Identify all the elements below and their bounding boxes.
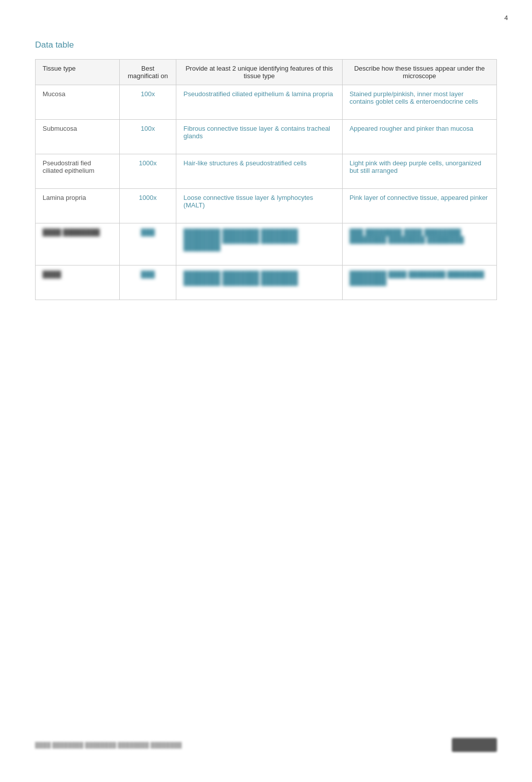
tissue-type-cell: Submucosa: [36, 120, 120, 154]
page-number: 4: [504, 14, 508, 22]
tissue-type-cell: Mucosa: [36, 85, 120, 120]
features-cell: Hair-like structures & pseudostratified …: [176, 154, 342, 189]
table-row: Lamina propria 1000x Loose connective ti…: [36, 189, 497, 223]
table-row: Submucosa 100x Fibrous connective tissue…: [36, 120, 497, 154]
magnification-cell: 1000x: [119, 154, 176, 189]
description-cell: Light pink with deep purple cells, unorg…: [342, 154, 496, 189]
table-row: Mucosa 100x Pseudostratified ciliated ep…: [36, 85, 497, 120]
footer: ████ ████████ ████████ ████████ ████████: [35, 738, 497, 752]
col-header-magnification: Best magnificati on: [119, 60, 176, 85]
tissue-type-cell-blurred: ████ ████████: [36, 223, 120, 266]
table-row-blurred: ████ ████████ ███ ████████ ████████ ████…: [36, 223, 497, 266]
col-header-features: Provide at least 2 unique identifying fe…: [176, 60, 342, 85]
magnification-cell-blurred: ███: [119, 266, 176, 300]
features-cell: Pseudostratified ciliated epithelium & l…: [176, 85, 342, 120]
magnification-cell: 1000x: [119, 189, 176, 223]
tissue-type-cell-blurred: ████: [36, 266, 120, 300]
description-cell: Stained purple/pinkish, inner most layer…: [342, 85, 496, 120]
magnification-cell: 100x: [119, 85, 176, 120]
data-table: Tissue type Best magnificati on Provide …: [35, 59, 497, 300]
features-cell-blurred: ████████ ████████ ████████ ████████ ████…: [176, 223, 342, 266]
footer-text: ████ ████████ ████████ ████████ ████████: [35, 742, 182, 748]
tissue-type-cell: Pseudostrati fied ciliated epithelium: [36, 154, 120, 189]
description-cell: Pink layer of connective tissue, appeare…: [342, 189, 496, 223]
magnification-cell-blurred: ███: [119, 223, 176, 266]
description-cell: Appeared rougher and pinker than mucosa: [342, 120, 496, 154]
features-cell: Loose connective tissue layer & lymphocy…: [176, 189, 342, 223]
table-row: Pseudostrati fied ciliated epithelium 10…: [36, 154, 497, 189]
tissue-type-cell: Lamina propria: [36, 189, 120, 223]
col-header-description: Describe how these tissues appear under …: [342, 60, 496, 85]
features-cell-blurred: ████████ ████████ ████████ ████████ ████…: [176, 266, 342, 300]
magnification-cell: 100x: [119, 120, 176, 154]
table-row-blurred: ████ ███ ████████ ████████ ████████ ████…: [36, 266, 497, 300]
description-cell-blurred: ████████ ████ ████████ ████████ ████████: [342, 266, 496, 300]
description-cell-blurred: ███ ████████ ████ ████████ ████████ ████…: [342, 223, 496, 266]
section-title: Data table: [35, 40, 497, 50]
col-header-tissue: Tissue type: [36, 60, 120, 85]
footer-badge: [452, 738, 497, 752]
features-cell: Fibrous connective tissue layer & contai…: [176, 120, 342, 154]
